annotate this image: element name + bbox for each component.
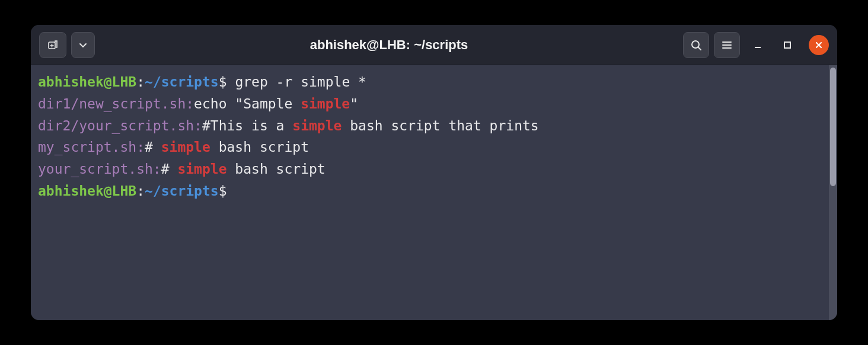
grep-post: bash script [210,139,309,155]
tab-dropdown-button[interactable] [71,32,95,58]
prompt-user: abhishek@LHB [38,74,136,90]
prompt-symbol: $ [219,74,227,90]
grep-pre: #This is a [202,118,292,133]
svg-rect-2 [784,42,790,48]
output-line: my_script.sh:# simple bash script [38,136,836,158]
prompt-symbol: $ [219,183,227,199]
minimize-button[interactable] [749,37,766,53]
grep-match: simple [177,161,226,177]
command-text [227,74,235,90]
terminal-window: abhishek@LHB: ~/scripts [31,25,837,320]
maximize-button[interactable] [779,37,796,53]
prompt-sep: : [136,74,145,90]
output-line: your_script.sh:# simple bash script [38,158,836,180]
new-tab-button[interactable] [39,32,66,58]
grep-post: " [350,96,358,111]
output-line: dir1/new_script.sh:echo "Sample simple" [38,93,836,115]
grep-filename: your_script.sh: [38,161,161,177]
prompt-user: abhishek@LHB [38,183,136,199]
prompt-line: abhishek@LHB:~/scripts$ grep -r simple * [38,71,836,93]
grep-filename: dir2/your_script.sh: [38,118,202,133]
grep-match: simple [301,96,350,111]
prompt-path: ~/scripts [145,183,219,199]
hamburger-menu-button[interactable] [714,32,740,58]
svg-point-1 [692,41,699,48]
scrollbar-thumb[interactable] [830,68,836,186]
output-line: dir2/your_script.sh:#This is a simple ba… [38,115,836,137]
grep-filename: my_script.sh: [38,139,145,155]
window-controls [749,35,829,55]
close-button[interactable] [809,35,829,55]
grep-pre: echo "Sample [194,96,301,111]
prompt-path: ~/scripts [145,74,219,90]
grep-post: bash script [227,161,326,177]
prompt-line: abhishek@LHB:~/scripts$ [38,180,836,202]
titlebar: abhishek@LHB: ~/scripts [31,25,837,65]
grep-pre: # [161,161,178,177]
window-title: abhishek@LHB: ~/scripts [100,37,678,53]
grep-match: simple [161,139,210,155]
grep-post: bash script that prints [342,118,538,133]
prompt-sep: : [136,183,145,199]
grep-filename: dir1/new_script.sh: [38,96,194,111]
command-text: grep -r simple * [235,74,366,90]
search-button[interactable] [683,32,709,58]
scrollbar[interactable] [829,65,837,320]
grep-pre: # [145,139,161,155]
terminal-body[interactable]: abhishek@LHB:~/scripts$ grep -r simple *… [31,65,837,320]
grep-match: simple [292,118,342,133]
